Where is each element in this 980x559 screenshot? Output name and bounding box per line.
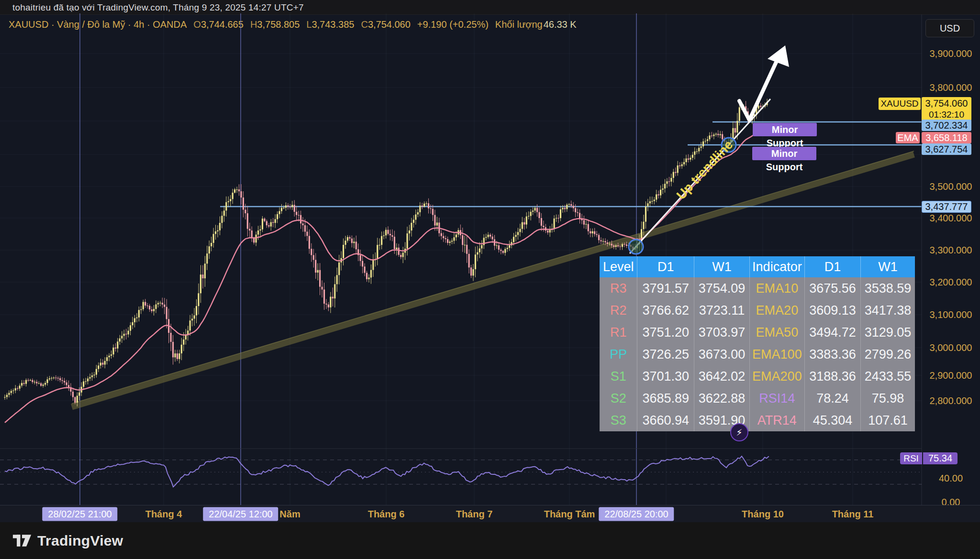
rsi-indicator-label[interactable]: RSI [900, 452, 922, 464]
table-cell: 75.98 [860, 387, 915, 409]
table-row: S33660.943591.90ATR1445.304107.61 [600, 409, 915, 431]
table-cell: 3723.11 [694, 299, 749, 321]
table-row: S13701.303642.02EMA2003188.362433.55 [600, 365, 915, 387]
table-cell: EMA100 [749, 343, 804, 365]
table-cell: 3685.89 [637, 387, 694, 409]
time-axis-month-label: Tháng 10 [742, 509, 784, 520]
table-header-cell: D1 [804, 256, 860, 277]
time-axis-month-label: Tháng 11 [832, 509, 874, 520]
table-row: S23685.893622.88RSI1478.2475.98 [600, 387, 915, 409]
time-axis-date-badge: 22/04/25 12:00 [203, 507, 278, 521]
table-cell: 3701.30 [637, 365, 694, 387]
projection-arrow-head [768, 45, 789, 67]
price-tick: 3,900.000 [923, 48, 979, 59]
table-cell: 3791.57 [637, 277, 694, 299]
support-price-badge-1: 3,702.334 [922, 120, 971, 131]
tradingview-logo-icon [12, 533, 32, 548]
table-row: R13751.203703.97EMA503494.723129.05 [600, 321, 915, 343]
table-cell: 3129.05 [860, 321, 915, 343]
table-cell: 3494.72 [804, 321, 860, 343]
table-cell: S2 [600, 387, 637, 409]
table-cell: PP [600, 343, 637, 365]
price-tick: 3,400.000 [923, 213, 979, 224]
time-axis-month-label: Tháng 4 [145, 509, 182, 520]
symbol-price-label: XAUUSD [879, 98, 921, 110]
minor-support-label-top[interactable]: Minor Support [753, 123, 817, 136]
price-tick: 3,500.000 [923, 181, 979, 192]
table-cell: 3622.88 [694, 387, 749, 409]
table-cell: RSI14 [749, 387, 804, 409]
time-axis-month-label: Tháng 7 [456, 509, 493, 520]
table-cell: 3675.56 [804, 277, 860, 299]
touch-point-circle [629, 240, 643, 254]
table-cell: 3538.59 [860, 277, 915, 299]
pivot-indicator-table: LevelD1W1IndicatorD1W1R33791.573754.09EM… [600, 256, 915, 431]
table-cell: 3754.09 [694, 277, 749, 299]
bar-countdown: 01:32:10 [922, 109, 971, 120]
table-row: R23766.623723.11EMA203609.133417.38 [600, 299, 915, 321]
table-cell: 107.61 [860, 409, 915, 431]
table-cell: EMA200 [749, 365, 804, 387]
price-tick: 2,800.000 [923, 395, 979, 406]
table-header-row: LevelD1W1IndicatorD1W1 [600, 256, 915, 277]
price-tick: 3,100.000 [923, 309, 979, 320]
table-cell: 3703.97 [694, 321, 749, 343]
tradingview-chart-page: tohaitrieu đã tạo với TradingView.com, T… [0, 0, 980, 559]
table-cell: 2799.26 [860, 343, 915, 365]
table-cell: 3766.62 [637, 299, 694, 321]
lightning-icon[interactable]: ⚡ [730, 423, 748, 441]
price-tick: 3,800.000 [923, 82, 979, 93]
currency-toggle-button[interactable]: USD [925, 19, 974, 37]
minor-support-label-bottom[interactable]: Minor Support [752, 147, 816, 160]
tradingview-wordmark: TradingView [37, 533, 123, 549]
table-header-cell: D1 [637, 256, 694, 277]
table-cell: 3726.25 [637, 343, 694, 365]
ema-price-badge: 3,658.118 [922, 132, 971, 143]
time-axis-month-label: Tháng 6 [368, 509, 405, 520]
table-cell: 78.24 [804, 387, 860, 409]
time-axis-month-label: Tháng Tám [544, 509, 595, 520]
rsi-tick: 40.00 [923, 473, 979, 484]
rsi-value-badge: 75.34 [923, 452, 958, 464]
rsi-line [5, 456, 769, 487]
table-header-cell: W1 [694, 256, 749, 277]
table-cell: 3609.13 [804, 299, 860, 321]
table-cell: EMA50 [749, 321, 804, 343]
time-axis-date-badge: 28/02/25 21:00 [42, 507, 117, 521]
table-header-cell: Level [600, 256, 637, 277]
price-tick: 2,900.000 [923, 370, 979, 381]
price-tick: 3,300.000 [923, 245, 979, 256]
table-cell: EMA20 [749, 299, 804, 321]
table-cell: 45.304 [804, 409, 860, 431]
table-cell: 3642.02 [694, 365, 749, 387]
table-header-cell: W1 [860, 256, 915, 277]
time-axis-month-label: Năm [279, 509, 300, 520]
price-tick: 3,200.000 [923, 277, 979, 288]
table-cell: 3673.00 [694, 343, 749, 365]
table-cell: 3188.36 [804, 365, 860, 387]
table-cell: S1 [600, 365, 637, 387]
last-price-badge: 3,754.060 01:32:10 [922, 97, 971, 121]
tradingview-logo[interactable]: TradingView [12, 533, 123, 549]
table-cell: R1 [600, 321, 637, 343]
horizontal-line-price-badge: 3,437.777 [922, 201, 971, 213]
time-axis[interactable]: 28/02/25 21:00Tháng 422/04/25 12:00NămTh… [0, 505, 980, 523]
table-cell: 2433.55 [860, 365, 915, 387]
ema-label-badge: EMA [896, 132, 920, 143]
last-price-value: 3,754.060 [922, 98, 971, 109]
table-cell: 3660.94 [637, 409, 694, 431]
table-cell: EMA10 [749, 277, 804, 299]
table-cell: 3417.38 [860, 299, 915, 321]
table-cell: R3 [600, 277, 637, 299]
price-tick: 3,000.000 [923, 342, 979, 353]
table-cell: R2 [600, 299, 637, 321]
table-header-cell: Indicator [749, 256, 804, 277]
table-cell: S3 [600, 409, 637, 431]
table-cell: 3751.20 [637, 321, 694, 343]
table-cell: 3383.36 [804, 343, 860, 365]
table-row: R33791.573754.09EMA103675.563538.59 [600, 277, 915, 299]
bottom-strip: TradingView [0, 522, 980, 559]
support-price-badge-2: 3,627.754 [922, 143, 971, 155]
table-row: PP3726.253673.00EMA1003383.362799.26 [600, 343, 915, 365]
table-cell: ATR14 [749, 409, 804, 431]
